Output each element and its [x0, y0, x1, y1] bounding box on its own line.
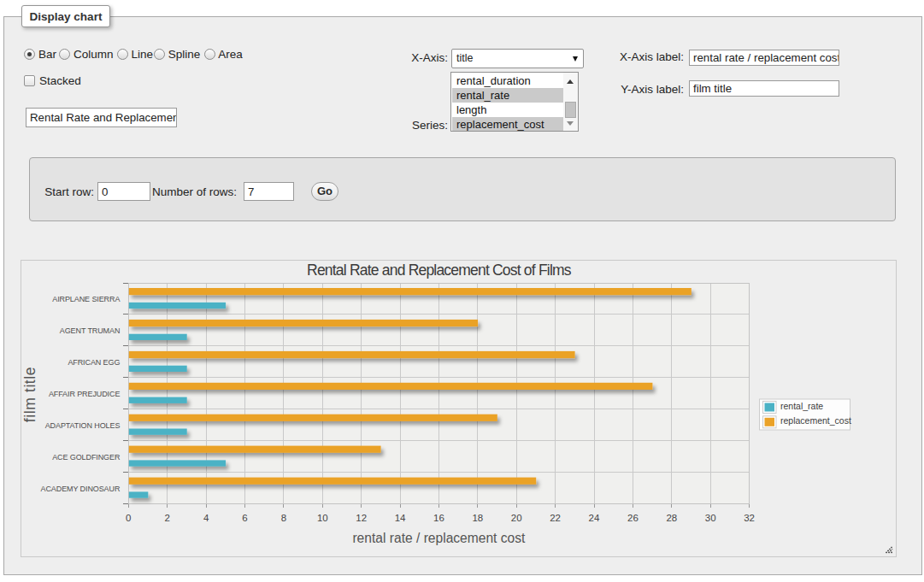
svg-text:film title: film title: [21, 367, 38, 422]
svg-text:Rental Rate and Replacement Co: Rental Rate and Replacement Cost of Film…: [307, 262, 572, 279]
svg-text:AFFAIR PREJUDICE: AFFAIR PREJUDICE: [49, 390, 121, 398]
svg-text:18: 18: [472, 513, 483, 523]
svg-text:AFRICAN EGG: AFRICAN EGG: [68, 358, 120, 367]
svg-text:4: 4: [203, 513, 209, 523]
svg-text:26: 26: [627, 513, 639, 523]
svg-text:12: 12: [356, 513, 367, 523]
svg-text:AIRPLANE SIERRA: AIRPLANE SIERRA: [52, 295, 120, 303]
svg-text:replacement_cost: replacement_cost: [780, 415, 851, 426]
svg-text:8: 8: [281, 513, 286, 523]
svg-text:16: 16: [433, 513, 444, 523]
svg-text:14: 14: [395, 513, 406, 523]
svg-text:ACE GOLDFINGER: ACE GOLDFINGER: [52, 453, 121, 461]
svg-text:rental_rate: rental_rate: [780, 401, 823, 411]
svg-text:28: 28: [666, 513, 677, 523]
svg-text:rental rate / replacement cost: rental rate / replacement cost: [352, 531, 526, 545]
svg-text:6: 6: [242, 513, 247, 523]
svg-text:ADAPTATION HOLES: ADAPTATION HOLES: [45, 421, 121, 430]
svg-text:0: 0: [126, 513, 131, 523]
svg-text:AGENT TRUMAN: AGENT TRUMAN: [60, 326, 120, 335]
svg-text:24: 24: [589, 513, 600, 523]
svg-text:22: 22: [550, 513, 561, 523]
svg-text:30: 30: [705, 513, 716, 523]
svg-text:ACADEMY DINOSAUR: ACADEMY DINOSAUR: [41, 485, 121, 493]
svg-text:10: 10: [317, 513, 328, 523]
svg-text:20: 20: [511, 513, 522, 523]
svg-text:32: 32: [744, 513, 755, 523]
svg-text:2: 2: [164, 513, 169, 523]
